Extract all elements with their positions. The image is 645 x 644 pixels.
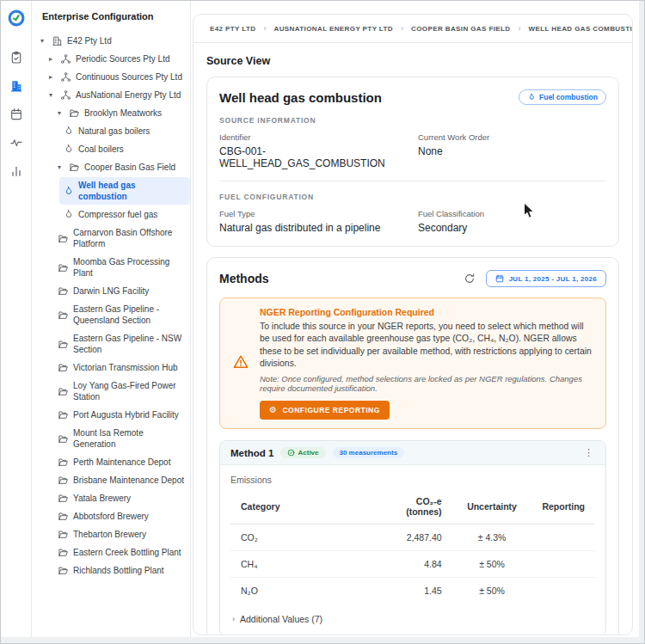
source-card: Well head gas combustion Fuel combustion… bbox=[206, 77, 619, 247]
source-view-panel: E42 PTY LTD › AUSNATIONAL ENERGY PTY LTD… bbox=[193, 14, 633, 635]
calendar-icon bbox=[495, 274, 504, 283]
tree-item[interactable]: E42 Pty Ltd bbox=[37, 33, 190, 49]
tree-item[interactable]: Well head gas combustion bbox=[59, 177, 190, 205]
table-row: N₂O 1.45 ± 50% bbox=[230, 578, 595, 604]
tree-item[interactable]: Loy Yang Gas-Fired Power Station bbox=[54, 377, 190, 405]
tree-item[interactable]: Natural gas boilers bbox=[59, 123, 190, 139]
window-bottom-edge bbox=[1, 637, 644, 643]
tree-item-icon bbox=[60, 89, 74, 101]
tree-item-icon bbox=[52, 35, 65, 46]
methods-title: Methods bbox=[219, 272, 269, 285]
activity-icon[interactable] bbox=[5, 132, 28, 154]
tree-item-label: Eastern Gas Pipeline - NSW Section bbox=[73, 333, 185, 355]
breadcrumb: E42 PTY LTD › AUSNATIONAL ENERGY PTY LTD… bbox=[194, 15, 632, 43]
tree-item-label: Eastern Gas Pipeline - Queensland Sectio… bbox=[73, 304, 185, 326]
tree-item-label: Brisbane Maintenance Depot bbox=[73, 475, 184, 486]
section-label-source-information: SOURCE INFORMATION bbox=[219, 116, 606, 125]
chevron-right-icon: › bbox=[263, 25, 266, 33]
tree-item-icon bbox=[58, 457, 71, 468]
emissions-table: Category CO₂-e (tonnes) Uncertainty Repo… bbox=[230, 491, 595, 604]
field-fuel-classification: Fuel Classification Secondary bbox=[418, 209, 606, 234]
clipboard-check-icon[interactable] bbox=[5, 46, 28, 69]
tree-item-icon bbox=[58, 386, 71, 397]
tree-item-icon bbox=[63, 209, 77, 220]
tree-item[interactable]: Richlands Bottling Plant bbox=[54, 562, 190, 579]
breadcrumb-item[interactable]: COOPER BASIN GAS FIELD bbox=[411, 25, 510, 33]
tree-item-icon bbox=[58, 433, 71, 445]
divider bbox=[219, 181, 606, 181]
tree-item[interactable]: Carnarvon Basin Offshore Platform bbox=[54, 224, 190, 252]
tree-item-icon bbox=[69, 162, 83, 173]
tree-item[interactable]: Coal boilers bbox=[59, 141, 190, 157]
building-icon[interactable] bbox=[5, 75, 28, 97]
tree-item[interactable]: Eastern Creek Bottling Plant bbox=[54, 544, 190, 561]
tree-item-icon bbox=[58, 339, 71, 350]
enterprise-tree-panel: Enterprise Configuration bbox=[32, 1, 191, 637]
table-row: CH₄ 4.84 ± 50% bbox=[230, 551, 595, 578]
breadcrumb-item[interactable]: AUSNATIONAL ENERGY PTY LTD bbox=[273, 25, 393, 33]
tree-item[interactable]: Cooper Basin Gas Field bbox=[54, 159, 190, 175]
tree-item[interactable]: Perth Maintenance Depot bbox=[54, 454, 190, 470]
tree-item[interactable]: Eastern Gas Pipeline - Queensland Sectio… bbox=[54, 301, 190, 328]
tree-item[interactable]: Mount Isa Remote Generation bbox=[54, 425, 190, 452]
tree-item-icon bbox=[58, 310, 71, 321]
tree-item[interactable]: Victorian Transmission Hub bbox=[54, 359, 190, 376]
measurements-badge: 30 measurements bbox=[333, 447, 405, 458]
tree-item[interactable]: Brisbane Maintenance Depot bbox=[54, 472, 190, 488]
tree-item[interactable]: Darwin LNG Facility bbox=[54, 283, 190, 299]
gear-icon: ⚙ bbox=[269, 406, 277, 414]
refresh-icon[interactable] bbox=[464, 273, 476, 285]
warning-title: NGER Reporting Configuration Required bbox=[260, 307, 593, 317]
tree-item-label: Eastern Creek Bottling Plant bbox=[73, 547, 181, 558]
tree-item-label: Victorian Transmission Hub bbox=[73, 362, 178, 373]
field-identifier: Identifier CBG-001-WELL_HEAD_GAS_COMBUST… bbox=[219, 132, 408, 169]
chevron-right-icon: › bbox=[232, 615, 235, 623]
tree-item-label: Continuous Sources Pty Ltd bbox=[76, 71, 182, 83]
breadcrumb-item[interactable]: WELL HEAD GAS COMBUSTION bbox=[529, 25, 634, 33]
tree-item[interactable]: Eastern Gas Pipeline - NSW Section bbox=[54, 330, 190, 358]
tree-item-label: Brooklyn Meatworks bbox=[84, 107, 162, 119]
more-options-icon[interactable]: ⋮ bbox=[582, 448, 595, 457]
breadcrumb-item[interactable]: E42 PTY LTD bbox=[210, 25, 255, 33]
tree-list: E42 Pty Ltd bbox=[32, 33, 190, 579]
column-header: Uncertainty bbox=[452, 491, 532, 524]
tree-item-icon bbox=[58, 529, 71, 540]
chevron-icon bbox=[58, 164, 69, 171]
tree-item-icon bbox=[58, 285, 71, 297]
chevron-right-icon: › bbox=[519, 25, 521, 33]
configure-reporting-button[interactable]: ⚙ CONFIGURE REPORTING bbox=[260, 401, 390, 420]
chevron-icon bbox=[40, 38, 52, 45]
tree-item[interactable]: Port Augusta Hybrid Facility bbox=[54, 407, 190, 423]
tree-item[interactable]: Continuous Sources Pty Ltd bbox=[46, 69, 190, 85]
date-range-picker[interactable]: JUL 1, 2025 - JUL 1, 2026 bbox=[486, 270, 606, 287]
section-label-fuel-configuration: FUEL CONFIGURATION bbox=[219, 193, 606, 201]
tree-item-label: Port Augusta Hybrid Facility bbox=[73, 409, 179, 420]
tree-item-label: Thebarton Brewery bbox=[73, 529, 146, 540]
tree-item[interactable]: Yatala Brewery bbox=[54, 490, 190, 506]
tree-item[interactable]: Compressor fuel gas bbox=[59, 206, 190, 223]
source-title: Well head gas combustion bbox=[219, 90, 382, 105]
tree-item-label: Moomba Gas Processing Plant bbox=[73, 256, 185, 279]
tree-item[interactable]: Thebarton Brewery bbox=[54, 526, 190, 543]
tree-item[interactable]: Moomba Gas Processing Plant bbox=[54, 254, 190, 281]
tree-item[interactable]: AusNational Energy Pty Ltd bbox=[46, 87, 190, 103]
tree-item-icon bbox=[58, 475, 71, 486]
tree-item[interactable]: Abbotsford Brewery bbox=[54, 508, 190, 524]
vertical-scrollbar[interactable] bbox=[639, 1, 644, 637]
emissions-label: Emissions bbox=[230, 475, 595, 485]
tree-item-label: Periodic Sources Pty Ltd bbox=[76, 53, 170, 64]
tree-item[interactable]: Periodic Sources Pty Ltd bbox=[46, 51, 190, 67]
tree-item-icon bbox=[58, 233, 71, 244]
methods-card: Methods JUL 1, 2025 - JUL 1, 2026 bbox=[206, 257, 619, 635]
tree-item-label: Perth Maintenance Depot bbox=[73, 457, 170, 468]
column-header: CO₂-e (tonnes) bbox=[373, 491, 452, 524]
tree-item-label: Loy Yang Gas-Fired Power Station bbox=[73, 380, 185, 402]
tree-item-label: Natural gas boilers bbox=[78, 126, 150, 137]
bar-chart-icon[interactable] bbox=[5, 160, 28, 182]
active-status-badge: Active bbox=[280, 447, 325, 458]
tree-item[interactable]: Brooklyn Meatworks bbox=[54, 105, 190, 121]
tree-item-icon bbox=[58, 547, 71, 558]
warning-note: Note: Once configured, method selections… bbox=[260, 374, 593, 393]
additional-values-toggle[interactable]: › Additional Values (7) bbox=[230, 604, 595, 628]
calendar-icon[interactable] bbox=[5, 103, 28, 126]
